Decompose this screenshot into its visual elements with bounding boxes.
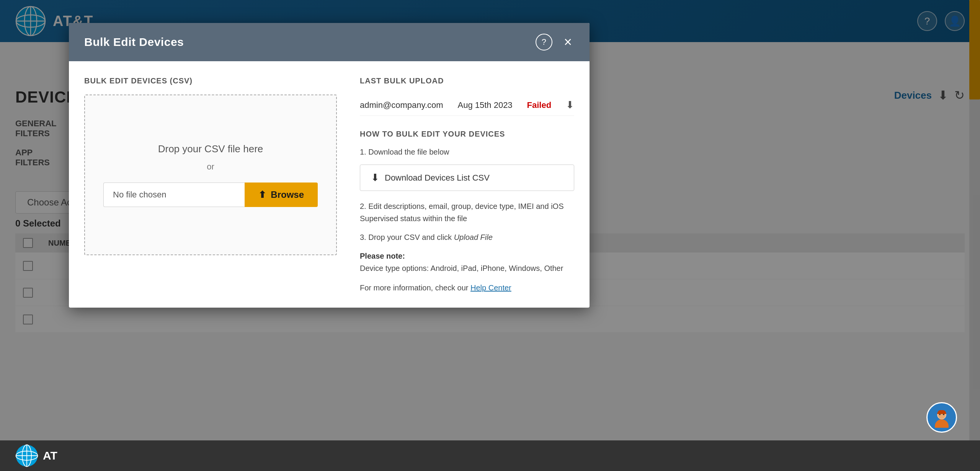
please-note: Please note: Device type options: Androi…	[360, 250, 574, 274]
modal-header-actions: ? ×	[536, 34, 574, 51]
upload-download-icon[interactable]: ⬇	[566, 99, 574, 111]
upload-icon: ⬆	[258, 189, 266, 200]
chat-avatar-button[interactable]	[926, 402, 957, 433]
browse-button-label: Browse	[271, 189, 304, 200]
how-to-section: HOW TO BULK EDIT YOUR DEVICES 1. Downloa…	[360, 130, 574, 292]
download-csv-label: Download Devices List CSV	[385, 173, 490, 183]
modal-body: BULK EDIT DEVICES (CSV) Drop your CSV fi…	[69, 61, 590, 308]
bottom-globe-icon	[15, 444, 38, 467]
modal-help-button[interactable]: ?	[536, 34, 552, 51]
upload-date: Aug 15th 2023	[457, 100, 512, 110]
how-to-step-3: 3. Drop your CSV and click Upload File	[360, 231, 574, 243]
file-input-row: No file chosen ⬆ Browse	[103, 183, 318, 207]
drop-zone-text: Drop your CSV file here	[158, 143, 263, 155]
how-to-step-2: 2. Edit descriptions, email, group, devi…	[360, 200, 574, 225]
right-panel: LAST BULK UPLOAD admin@company.com Aug 1…	[360, 77, 574, 292]
svg-point-12	[935, 419, 949, 428]
please-note-text: Device type options: Android, iPad, iPho…	[360, 264, 563, 272]
please-note-label: Please note:	[360, 252, 405, 260]
help-center-section: For more information, check our Help Cen…	[360, 284, 574, 292]
left-panel: BULK EDIT DEVICES (CSV) Drop your CSV fi…	[84, 77, 337, 292]
file-name-display: No file chosen	[103, 183, 245, 207]
upload-status-badge: Failed	[527, 100, 552, 110]
bottom-bar: AT	[0, 440, 980, 471]
how-to-step-1: 1. Download the file below	[360, 146, 574, 158]
help-center-link[interactable]: Help Center	[470, 284, 511, 292]
bulk-edit-modal: Bulk Edit Devices ? × BULK EDIT DEVICES …	[69, 23, 590, 308]
bottom-logo: AT	[15, 444, 57, 467]
avatar-icon	[931, 407, 952, 428]
browse-button[interactable]: ⬆ Browse	[245, 183, 318, 207]
how-to-title: HOW TO BULK EDIT YOUR DEVICES	[360, 130, 574, 139]
modal-close-button[interactable]: ×	[562, 35, 574, 49]
bottom-brand-text: AT	[43, 449, 57, 462]
upload-info-row: admin@company.com Aug 15th 2023 Failed ⬇	[360, 95, 574, 116]
help-center-prefix: For more information, check our	[360, 284, 470, 292]
drop-zone-or: or	[207, 162, 214, 172]
last-upload-section: LAST BULK UPLOAD admin@company.com Aug 1…	[360, 77, 574, 116]
upload-email: admin@company.com	[360, 100, 443, 110]
download-csv-icon: ⬇	[371, 172, 379, 184]
download-csv-button[interactable]: ⬇ Download Devices List CSV	[360, 165, 574, 191]
modal-header: Bulk Edit Devices ? ×	[69, 23, 590, 61]
last-upload-title: LAST BULK UPLOAD	[360, 77, 574, 85]
left-section-title: BULK EDIT DEVICES (CSV)	[84, 77, 337, 85]
csv-drop-zone[interactable]: Drop your CSV file here or No file chose…	[84, 95, 337, 255]
modal-title: Bulk Edit Devices	[84, 36, 184, 49]
